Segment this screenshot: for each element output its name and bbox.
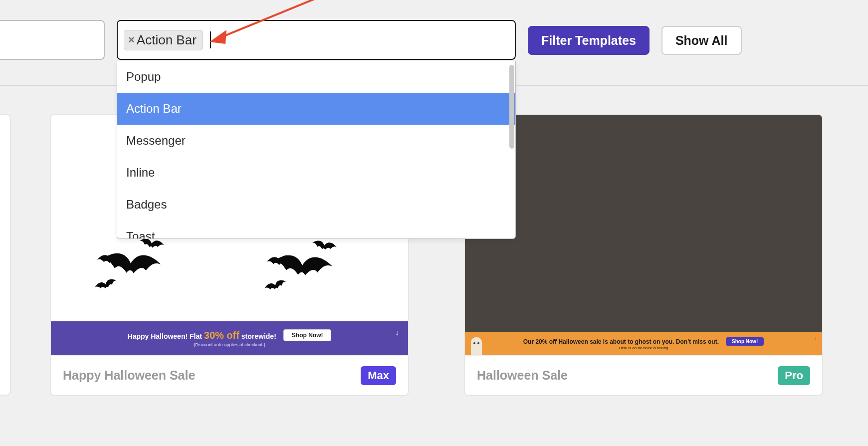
dropdown-option-popup[interactable]: Popup [117, 61, 515, 93]
dropdown-option-badges[interactable]: Badges [117, 189, 515, 221]
dropdown-option-toast[interactable]: Toast [117, 221, 515, 238]
remove-tag-icon[interactable]: × [128, 34, 135, 45]
template-card[interactable]: Our 20% off Halloween sale is about to g… [464, 114, 823, 396]
banner-cta-button[interactable]: Shop Now! [283, 329, 332, 341]
text-cursor [210, 31, 211, 48]
banner-text-post: storewide! [241, 332, 276, 340]
banner-subtext: (Discount auto-applies at checkout.) [194, 342, 265, 347]
banner-discount: 30% off [204, 330, 239, 341]
preview-action-bar: Happy Halloween! Flat 30% off storewide!… [51, 321, 408, 355]
plan-badge-max: Max [361, 366, 396, 385]
dropdown-option-action-bar[interactable]: Action Bar [117, 93, 515, 125]
banner-text-pre: Happy Halloween! Flat [128, 332, 202, 340]
card-footer: Halloween Sale Pro [465, 355, 822, 395]
template-title: Happy Halloween Sale [63, 368, 195, 383]
left-filter-input-fragment[interactable] [0, 20, 105, 60]
type-filter-select[interactable]: × Action Bar Popup Action Bar Messenger … [117, 20, 516, 60]
selected-tag-chip[interactable]: × Action Bar [124, 30, 203, 50]
banner-text: Our 20% off Halloween sale is about to g… [523, 338, 719, 345]
template-preview: Our 20% off Halloween sale is about to g… [465, 115, 822, 355]
preview-action-bar: Our 20% off Halloween sale is about to g… [465, 332, 822, 355]
type-filter-input[interactable]: × Action Bar [117, 20, 516, 60]
card-footer: Happy Halloween Sale Max [51, 355, 408, 395]
ghost-icon [471, 337, 482, 355]
banner-cta-button[interactable]: Shop Now! [726, 337, 764, 346]
collapse-arrow-icon[interactable]: ↓ [814, 334, 817, 341]
type-filter-dropdown[interactable]: Popup Action Bar Messenger Inline Badges… [117, 61, 516, 239]
filter-bar: × Action Bar Popup Action Bar Messenger … [0, 0, 868, 60]
banner-subtext: Deal is on till clock is ticking [619, 346, 668, 350]
collapse-arrow-icon[interactable]: ↓ [395, 328, 399, 337]
dropdown-scrollbar[interactable] [509, 65, 514, 149]
selected-tag-label: Action Bar [137, 32, 197, 48]
plan-badge-pro: Pro [778, 366, 810, 385]
template-title: Halloween Sale [477, 368, 568, 383]
filter-templates-button[interactable]: Filter Templates [528, 26, 650, 55]
dropdown-option-messenger[interactable]: Messenger [117, 125, 515, 157]
show-all-button[interactable]: Show All [661, 26, 742, 55]
dropdown-option-inline[interactable]: Inline [117, 157, 515, 189]
